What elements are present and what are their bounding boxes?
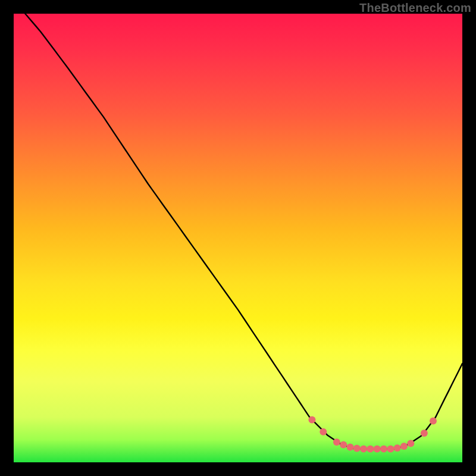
- marker-dot: [333, 439, 340, 446]
- marker-dot: [340, 441, 347, 449]
- curve-group: [14, 0, 462, 449]
- marker-dot: [374, 445, 381, 452]
- marker-dot: [320, 428, 327, 436]
- marker-dot: [430, 418, 437, 425]
- chart-frame: TheBottleneck.com: [0, 0, 476, 476]
- marker-dot: [421, 430, 428, 437]
- marker-dot: [400, 443, 408, 450]
- marker-dot: [347, 443, 354, 450]
- marker-dot: [367, 445, 374, 452]
- chart-svg: [14, 14, 462, 462]
- marker-dot: [387, 445, 394, 452]
- marker-dot: [360, 445, 367, 452]
- marker-dot: [353, 445, 361, 452]
- plot-area: [14, 14, 462, 462]
- marker-dot: [308, 416, 315, 423]
- watermark-text: TheBottleneck.com: [359, 1, 471, 15]
- marker-dot: [394, 444, 401, 452]
- curve-line: [14, 0, 462, 449]
- marker-group: [308, 416, 437, 452]
- marker-dot: [380, 445, 387, 452]
- marker-dot: [407, 440, 414, 447]
